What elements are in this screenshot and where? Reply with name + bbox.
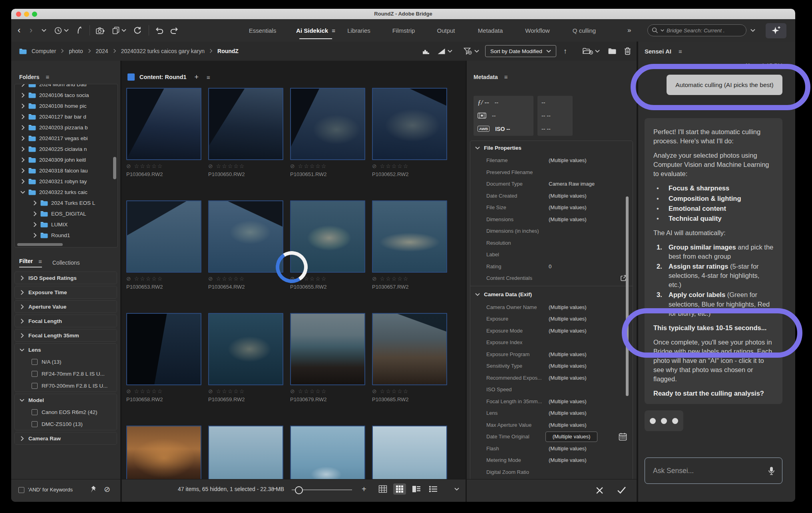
filter-group-header[interactable]: Camera Raw (15, 432, 117, 444)
chevron-right-icon[interactable] (32, 200, 37, 206)
detail-view-button[interactable] (410, 483, 423, 495)
add-content-tab-icon[interactable]: + (195, 73, 199, 81)
tab-menu-icon[interactable]: ≡ (332, 27, 335, 34)
thumbnail[interactable] (372, 426, 447, 479)
tab-collections[interactable]: Collections (52, 259, 80, 266)
reject-icon[interactable]: ⊘ (290, 163, 296, 169)
chevron-right-icon[interactable] (20, 147, 25, 152)
list-view-button[interactable] (427, 483, 440, 495)
metadata-row[interactable]: Label (470, 249, 633, 261)
folder-row[interactable]: EOS_DIGITAL (15, 208, 117, 219)
folder-row[interactable]: 20240217 vegas ebi (15, 133, 117, 144)
thumbnail[interactable] (126, 200, 201, 273)
batch-rename-icon[interactable] (112, 19, 126, 42)
content-tab-label[interactable]: Content: Round1 (139, 74, 187, 80)
chevron-right-icon[interactable] (20, 436, 24, 441)
chevron-right-icon[interactable] (20, 179, 25, 184)
metadata-row[interactable]: Flash(Multiple values) (470, 443, 633, 455)
chevron-right-icon[interactable] (32, 222, 37, 227)
metadata-panel-menu-icon[interactable]: ≡ (504, 73, 508, 80)
metadata-row[interactable]: Preserved Filename (470, 166, 633, 178)
search-scope-chevron-icon[interactable] (661, 29, 664, 32)
stars-icon[interactable]: ☆☆☆☆☆ (296, 163, 327, 169)
chevron-right-icon[interactable] (32, 233, 37, 238)
metadata-row[interactable]: Exposure Program(Multiple values) (470, 349, 633, 360)
filter-checkbox[interactable] (32, 409, 38, 415)
folders-panel-menu-icon[interactable]: ≡ (46, 73, 50, 80)
filter-group-header[interactable]: ISO Speed Ratings (15, 272, 117, 284)
folder-row[interactable]: 20240127 bar bar d (15, 111, 117, 122)
filter-group-header[interactable]: Focal Length 35mm (15, 329, 117, 341)
workspace-overflow-button[interactable]: » (627, 19, 631, 42)
import-from-camera-icon[interactable] (96, 19, 105, 42)
stars-icon[interactable]: ☆☆☆☆☆ (296, 388, 327, 394)
thumbnail[interactable] (372, 88, 447, 160)
chevron-right-icon[interactable] (20, 93, 25, 98)
star-rating[interactable]: ⊘ ☆☆☆☆☆ (208, 275, 283, 282)
clear-filter-icon[interactable]: ⊘ (104, 485, 110, 494)
chevron-right-icon[interactable] (32, 211, 37, 216)
chevron-down-icon[interactable] (475, 293, 480, 296)
thumbnail[interactable] (208, 200, 283, 273)
breadcrumb-item[interactable]: RoundZ (217, 48, 239, 54)
metadata-row[interactable]: Resolution (470, 237, 633, 249)
star-rating[interactable]: ⊘ ☆☆☆☆☆ (126, 163, 201, 169)
zoom-in-button[interactable]: + (362, 485, 366, 494)
metadata-row[interactable]: Exposure Index (470, 337, 633, 349)
stars-icon[interactable]: ☆☆☆☆☆ (214, 275, 245, 282)
sensei-ai-toggle-button[interactable] (766, 23, 786, 38)
filter-group-header[interactable]: Lens (15, 344, 117, 356)
ask-sensei-input[interactable] (652, 466, 764, 475)
grid-view-button[interactable] (376, 483, 389, 495)
metadata-cancel-button[interactable] (595, 486, 604, 495)
metadata-row[interactable]: Date Time Original(Multiple values) (470, 431, 633, 443)
filter-group-header[interactable]: Model (15, 394, 117, 406)
metadata-row[interactable]: Metering Mode(Multiple values) (470, 454, 633, 466)
tab-libraries[interactable]: Libraries (347, 19, 370, 42)
filter-option-row[interactable]: N/A (13) (15, 356, 117, 368)
reject-icon[interactable]: ⊘ (372, 275, 378, 282)
filter-checkbox[interactable] (32, 421, 38, 427)
tab-filmstrip[interactable]: Filmstrip (392, 19, 415, 42)
folder-row[interactable]: 20240322 turks caic (15, 187, 117, 198)
metadata-row[interactable]: Document TypeCamera Raw image (470, 178, 633, 190)
star-rating[interactable]: ⊘ ☆☆☆☆☆ (126, 275, 201, 282)
view-options-chevron-icon[interactable] (450, 483, 463, 495)
folder-row[interactable]: 20240106 taco socia (15, 90, 117, 101)
star-rating[interactable]: ⊘ ☆☆☆☆☆ (290, 163, 365, 169)
folder-row[interactable]: Round1 (15, 230, 117, 241)
panel-divider[interactable] (466, 61, 467, 502)
chevron-right-icon[interactable] (20, 304, 24, 309)
chevron-right-icon[interactable] (20, 319, 24, 324)
chevron-right-icon[interactable] (20, 168, 25, 173)
star-rating[interactable]: ⊘ ☆☆☆☆☆ (372, 388, 447, 394)
star-rating[interactable]: ⊘ ☆☆☆☆☆ (372, 163, 447, 169)
user-message-bubble[interactable]: Automatic culling (AI picks the best) (667, 75, 782, 95)
chevron-right-icon[interactable] (20, 275, 24, 281)
breadcrumb-item[interactable]: photo (69, 48, 83, 54)
folder-row[interactable]: 20240108 home pic (15, 101, 117, 111)
sensei-panel-menu-icon[interactable]: ≡ (679, 48, 682, 55)
metadata-row[interactable]: Digital Zoom Ratio (470, 466, 633, 478)
stars-icon[interactable]: ☆☆☆☆☆ (132, 163, 163, 169)
thumbnail[interactable] (290, 88, 365, 160)
thumbnail-view-button[interactable] (393, 483, 406, 495)
metadata-row[interactable]: Date Created(Multiple values) (470, 190, 633, 202)
thumbnail[interactable] (290, 426, 365, 479)
metadata-row[interactable]: Camera Owner Name(Multiple values) (470, 301, 633, 313)
chevron-right-icon[interactable] (20, 290, 24, 295)
filter-option-row[interactable]: DMC-ZS100 (13) (15, 418, 117, 430)
thumbnail[interactable] (208, 88, 283, 160)
zoom-slider-knob[interactable] (295, 486, 303, 494)
and-keywords-checkbox[interactable] (18, 487, 24, 493)
metadata-row[interactable]: Focal Length in 35mm...(Multiple values) (470, 396, 633, 408)
recent-folder-icon[interactable] (583, 42, 600, 61)
recent-history-icon[interactable] (54, 19, 69, 42)
stars-icon[interactable]: ☆☆☆☆☆ (214, 163, 245, 169)
stars-icon[interactable]: ☆☆☆☆☆ (132, 275, 163, 282)
tab-filter[interactable]: Filter ≡ (19, 258, 42, 267)
bridge-search-input[interactable]: Bridge Search: Current . (647, 24, 746, 36)
filter-checkbox[interactable] (32, 383, 38, 389)
thumbnail[interactable] (126, 313, 201, 385)
filter-option-row[interactable]: RF70-200mm F2.8 L IS U... (15, 380, 117, 392)
